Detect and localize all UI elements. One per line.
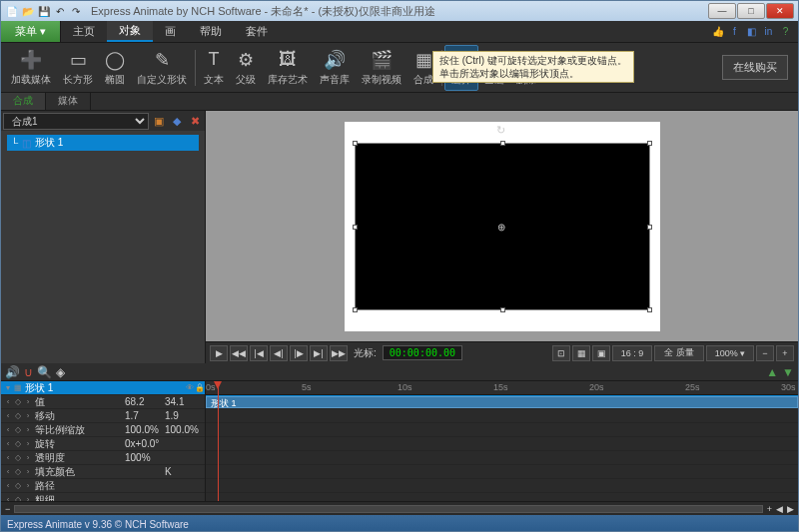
- subtab-media[interactable]: 媒体: [46, 93, 91, 110]
- grid-icon[interactable]: ▦: [572, 345, 590, 361]
- open-icon[interactable]: 📂: [21, 4, 35, 18]
- new-comp-icon[interactable]: ◆: [169, 113, 185, 129]
- prev-frame-button[interactable]: ◀|: [270, 345, 288, 361]
- twitter-icon[interactable]: ◧: [745, 25, 758, 38]
- menu-button[interactable]: 菜单 ▾: [1, 21, 61, 42]
- track-row[interactable]: [206, 437, 798, 451]
- zoom-out-button[interactable]: −: [756, 345, 774, 361]
- minimize-button[interactable]: —: [708, 3, 736, 19]
- anchor-icon[interactable]: ⊕: [497, 222, 505, 233]
- tool-长方形[interactable]: ▭长方形: [57, 45, 99, 91]
- handle-top-left[interactable]: [353, 141, 358, 146]
- maximize-button[interactable]: □: [737, 3, 765, 19]
- layer-header-row[interactable]: ▾▦ 形状 1 👁🔒: [1, 381, 205, 395]
- first-frame-button[interactable]: ◀◀: [230, 345, 248, 361]
- prop-row[interactable]: ‹◇›等比例缩放100.0%100.0%: [1, 423, 205, 437]
- shape-rectangle[interactable]: ↻ ⊕: [355, 143, 650, 310]
- tab-help[interactable]: 帮助: [188, 21, 234, 42]
- zoom-in-tl[interactable]: +: [767, 504, 772, 514]
- tool-库存艺术[interactable]: 🖼库存艺术: [262, 45, 314, 91]
- track-area[interactable]: 0s5s10s15s20s25s30s 形状 1: [206, 381, 798, 501]
- search-icon[interactable]: 🔍: [37, 365, 52, 379]
- buy-online-button[interactable]: 在线购买: [722, 55, 788, 80]
- subtab-composition[interactable]: 合成: [1, 93, 46, 110]
- handle-top-right[interactable]: [647, 141, 652, 146]
- grid-toggle[interactable]: ⊡: [552, 345, 570, 361]
- prop-row[interactable]: ‹◇›填充颜色K: [1, 465, 205, 479]
- undo-icon[interactable]: ↶: [53, 4, 67, 18]
- new-folder-icon[interactable]: ▣: [151, 113, 167, 129]
- tab-home[interactable]: 主页: [61, 21, 107, 42]
- track-row[interactable]: [206, 465, 798, 479]
- track-row[interactable]: [206, 493, 798, 501]
- last-frame-button[interactable]: ▶▶: [330, 345, 348, 361]
- safe-icon[interactable]: ▣: [592, 345, 610, 361]
- linkedin-icon[interactable]: in: [762, 25, 775, 38]
- move-down-icon[interactable]: ▼: [782, 365, 794, 379]
- rotate-handle[interactable]: ↻: [496, 124, 505, 137]
- thumbs-icon[interactable]: 👍: [711, 25, 724, 38]
- help-icon[interactable]: ?: [779, 25, 792, 38]
- speaker-icon[interactable]: 🔊: [5, 365, 20, 379]
- tool-自定义形状[interactable]: ✎自定义形状: [131, 45, 193, 91]
- tool-声音库[interactable]: 🔊声音库: [314, 45, 356, 91]
- prop-row[interactable]: ‹◇›路径: [1, 479, 205, 493]
- zoom-in-button[interactable]: +: [776, 345, 794, 361]
- zoom-out-tl[interactable]: −: [5, 504, 10, 514]
- handle-bot-right[interactable]: [647, 307, 652, 312]
- composition-select[interactable]: 合成1: [3, 113, 149, 130]
- canvas-page[interactable]: ↻ ⊕: [345, 122, 660, 331]
- tool-加载媒体[interactable]: ➕加载媒体: [5, 45, 57, 91]
- delete-icon[interactable]: ✖: [187, 113, 203, 129]
- next-key-button[interactable]: ▶|: [310, 345, 328, 361]
- save-icon[interactable]: 💾: [37, 4, 51, 18]
- magnet-icon[interactable]: ∪: [24, 365, 33, 379]
- prop-row[interactable]: ‹◇›粗细: [1, 493, 205, 501]
- prop-row[interactable]: ‹◇›旋转0x+0.0°: [1, 437, 205, 451]
- cursor-label: 光标:: [354, 346, 377, 360]
- handle-bot-left[interactable]: [353, 307, 358, 312]
- tab-draw[interactable]: 画: [153, 21, 188, 42]
- handle-bot-mid[interactable]: [500, 307, 505, 312]
- tooltip-line2: 单击所选对象以编辑形状顶点。: [439, 67, 627, 80]
- play-button[interactable]: ▶: [210, 345, 228, 361]
- handle-top-mid[interactable]: [500, 141, 505, 146]
- move-up-icon[interactable]: ▲: [766, 365, 778, 379]
- prop-row[interactable]: ‹◇›透明度100%: [1, 451, 205, 465]
- track-row[interactable]: [206, 409, 798, 423]
- tab-object[interactable]: 对象: [107, 21, 153, 42]
- facebook-icon[interactable]: f: [728, 25, 741, 38]
- clip-bar[interactable]: 形状 1: [206, 396, 798, 408]
- time-ruler[interactable]: 0s5s10s15s20s25s30s: [206, 381, 798, 395]
- tl-right-icon[interactable]: ▶: [787, 504, 794, 514]
- key-icon[interactable]: ◈: [56, 365, 65, 379]
- tree-item-label: 形状 1: [35, 136, 63, 150]
- status-text: Express Animate v 9.36 © NCH Software: [7, 519, 189, 530]
- tool-椭圆[interactable]: ◯椭圆: [99, 45, 131, 91]
- clip-row[interactable]: 形状 1: [206, 395, 798, 409]
- redo-icon[interactable]: ↷: [69, 4, 83, 18]
- prop-row[interactable]: ‹◇›值68.234.1: [1, 395, 205, 409]
- tl-left-icon[interactable]: ◀: [776, 504, 783, 514]
- tool-父级[interactable]: ⚙父级: [230, 45, 262, 91]
- aspect-ratio[interactable]: 16 : 9: [612, 345, 652, 361]
- track-row[interactable]: [206, 479, 798, 493]
- tab-suite[interactable]: 套件: [234, 21, 280, 42]
- next-frame-button[interactable]: |▶: [290, 345, 308, 361]
- close-button[interactable]: ✕: [766, 3, 794, 19]
- quality-select[interactable]: 全 质量: [654, 345, 704, 361]
- prev-key-button[interactable]: |◀: [250, 345, 268, 361]
- playhead[interactable]: [218, 381, 219, 501]
- prop-row[interactable]: ‹◇›移动1.71.9: [1, 409, 205, 423]
- timecode[interactable]: 00:00:00.00: [383, 345, 462, 360]
- zoom-select[interactable]: 100% ▾: [706, 345, 754, 361]
- track-row[interactable]: [206, 451, 798, 465]
- handle-mid-left[interactable]: [353, 225, 358, 230]
- handle-mid-right[interactable]: [647, 225, 652, 230]
- tool-文本[interactable]: T文本: [198, 45, 230, 91]
- tl-scrollbar[interactable]: [14, 505, 762, 513]
- track-row[interactable]: [206, 423, 798, 437]
- tree-item-shape[interactable]: └ ◫ 形状 1: [7, 135, 199, 151]
- tool-录制视频[interactable]: 🎬录制视频: [356, 45, 407, 91]
- new-icon[interactable]: 📄: [5, 4, 19, 18]
